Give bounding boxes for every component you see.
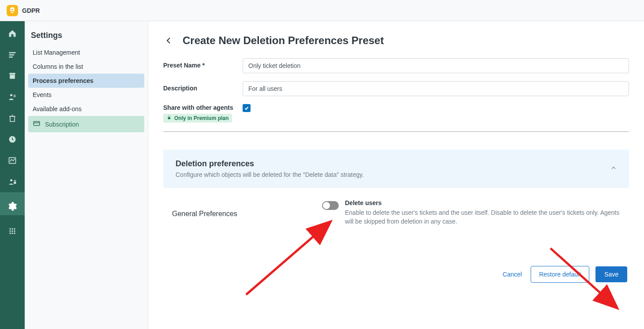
save-button[interactable]: Save xyxy=(595,266,627,282)
svg-rect-5 xyxy=(9,73,15,74)
delete-users-desc: Enable to delete the user's tickets and … xyxy=(345,208,620,226)
sidebar-item-list-management[interactable]: List Management xyxy=(28,45,144,60)
rail-apps-icon[interactable] xyxy=(7,226,18,236)
delete-users-title: Delete users xyxy=(345,199,620,206)
rail-users-lock-icon[interactable] xyxy=(7,176,18,187)
share-agents-label: Share with other agents xyxy=(163,104,243,111)
premium-badge: Only in Premium plan xyxy=(163,114,232,123)
sidebar-item-label: List Management xyxy=(33,49,80,56)
page-title: Create New Deletion Preferences Preset xyxy=(183,34,384,47)
premium-badge-label: Only in Premium plan xyxy=(174,115,228,121)
svg-rect-8 xyxy=(14,95,16,96)
svg-point-19 xyxy=(11,230,13,232)
svg-point-16 xyxy=(11,228,13,229)
collapse-panel-button[interactable] xyxy=(610,165,617,173)
card-icon xyxy=(33,120,41,129)
svg-rect-10 xyxy=(10,116,15,122)
description-label: Description xyxy=(163,81,243,92)
back-button[interactable] xyxy=(163,35,174,46)
rail-trash-icon[interactable] xyxy=(7,113,18,123)
sidebar-item-label: Columns in the list xyxy=(33,63,83,70)
rail-settings-icon[interactable] xyxy=(0,192,25,215)
rail-profile-icon[interactable] xyxy=(7,92,18,102)
svg-rect-3 xyxy=(9,54,15,56)
sidebar-item-label: Events xyxy=(33,91,52,98)
cancel-button[interactable]: Cancel xyxy=(500,267,525,281)
svg-point-20 xyxy=(14,230,15,232)
description-input[interactable] xyxy=(243,81,629,96)
svg-rect-24 xyxy=(34,122,40,126)
svg-rect-26 xyxy=(168,117,171,119)
sidebar-item-subscription[interactable]: Subscription xyxy=(28,116,144,132)
rail-lists-icon[interactable] xyxy=(7,49,18,60)
settings-sidebar: Settings List Management Columns in the … xyxy=(25,21,148,329)
preset-name-label: Preset Name * xyxy=(163,58,243,69)
rail-archive-icon[interactable] xyxy=(7,71,18,81)
svg-rect-2 xyxy=(9,52,16,53)
svg-rect-9 xyxy=(14,96,16,97)
rail-chart-icon[interactable] xyxy=(7,155,18,166)
general-preferences-label: General Preferences xyxy=(172,199,322,218)
sidebar-item-addons[interactable]: Available add-ons xyxy=(28,102,144,116)
svg-point-17 xyxy=(14,228,15,229)
sidebar-heading: Settings xyxy=(31,31,144,40)
svg-line-28 xyxy=(246,224,328,295)
app-logo-icon xyxy=(6,4,19,17)
sidebar-item-label: Process preferences xyxy=(33,77,94,84)
divider xyxy=(163,131,629,132)
svg-point-1 xyxy=(11,8,13,10)
topbar: GDPR xyxy=(0,0,644,21)
delete-users-toggle[interactable] xyxy=(322,201,339,210)
panel-desc: Configure which objects will be deleted … xyxy=(176,171,364,178)
rail-clock-icon[interactable] xyxy=(7,134,18,145)
svg-rect-4 xyxy=(9,56,13,58)
svg-rect-14 xyxy=(14,182,16,184)
sidebar-item-columns[interactable]: Columns in the list xyxy=(28,60,144,74)
vertical-rail xyxy=(0,21,25,329)
sidebar-item-process-preferences[interactable]: Process preferences xyxy=(28,74,144,88)
app-title: GDPR xyxy=(22,7,40,14)
svg-point-21 xyxy=(9,232,11,234)
svg-point-15 xyxy=(9,228,11,229)
restore-default-button[interactable]: Restore default xyxy=(531,266,589,283)
main-content: Create New Deletion Preferences Preset P… xyxy=(148,21,644,329)
lock-icon xyxy=(167,115,172,121)
sidebar-item-label: Available add-ons xyxy=(33,105,82,112)
svg-point-23 xyxy=(14,232,15,234)
sidebar-item-events[interactable]: Events xyxy=(28,88,144,102)
rail-home-icon[interactable] xyxy=(7,28,18,39)
preset-name-input[interactable] xyxy=(243,58,629,73)
svg-point-22 xyxy=(11,232,13,234)
sidebar-item-label: Subscription xyxy=(45,121,79,128)
svg-point-7 xyxy=(10,94,12,96)
svg-point-13 xyxy=(10,179,12,181)
deletion-preferences-panel: Deletion preferences Configure which obj… xyxy=(163,150,629,188)
panel-title: Deletion preferences xyxy=(176,159,364,168)
svg-point-18 xyxy=(9,230,11,232)
svg-rect-6 xyxy=(10,75,15,79)
share-agents-checkbox[interactable] xyxy=(243,104,251,112)
